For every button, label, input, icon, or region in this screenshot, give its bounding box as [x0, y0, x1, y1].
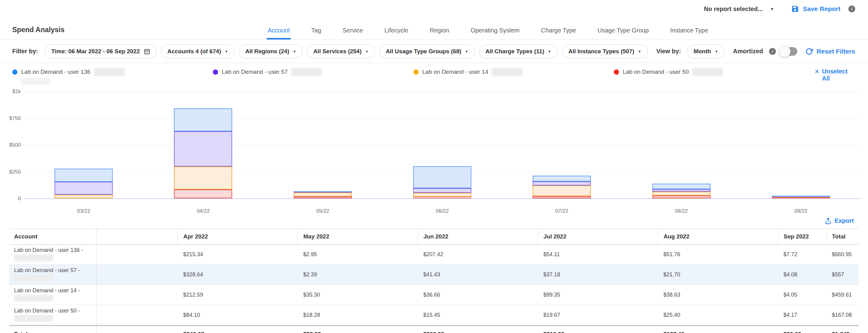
- bar-segment-lab-on-demand-user-50[interactable]: [174, 190, 232, 198]
- bar-04-22[interactable]: [174, 91, 232, 198]
- tab-instance-type[interactable]: Instance Type: [669, 27, 709, 39]
- legend-item-lab-on-demand-user-57[interactable]: Lab on Demand - user 57: [213, 68, 413, 85]
- unselect-all-button[interactable]: ✕ Unselect All: [814, 68, 855, 85]
- bar-06-22[interactable]: [413, 91, 471, 198]
- x-axis-label: 04/22: [174, 208, 232, 214]
- value-cell: $4.08: [778, 265, 826, 285]
- save-report-button[interactable]: Save Report: [803, 5, 840, 12]
- bar-segment-lab-on-demand-user-14[interactable]: [413, 193, 471, 197]
- bar-segment-lab-on-demand-user-136[interactable]: [413, 166, 471, 189]
- x-axis-label: 06/22: [413, 208, 471, 214]
- tab-operating-system[interactable]: Operating System: [469, 27, 521, 39]
- account-cell: Lab on Demand - user 57 -: [9, 265, 96, 285]
- total-value-cell: $1,845: [826, 326, 859, 333]
- bar-segment-lab-on-demand-user-136[interactable]: [174, 108, 232, 131]
- value-cell: $459.61: [826, 285, 859, 305]
- amortized-label: Amortized: [733, 48, 763, 55]
- filter-bar: Filter by: Time: 06 Mar 2022 - 06 Sep 20…: [0, 40, 868, 63]
- bar-segment-lab-on-demand-user-57[interactable]: [533, 181, 591, 186]
- filter-by-label: Filter by:: [12, 48, 38, 55]
- x-axis-label: 05/22: [294, 208, 352, 214]
- bar-09-22[interactable]: [772, 91, 830, 198]
- bar-segment-lab-on-demand-user-14[interactable]: [652, 192, 711, 196]
- account-name: Lab on Demand - user 136 -: [14, 246, 93, 254]
- bar-segment-lab-on-demand-user-57[interactable]: [55, 182, 113, 195]
- filter-pill-all-usage-type-groups-68[interactable]: All Usage Type Groups (68)▼: [379, 44, 475, 59]
- redacted-text: [291, 68, 322, 76]
- bar-segment-lab-on-demand-user-14[interactable]: [294, 193, 352, 196]
- bar-segment-lab-on-demand-user-136[interactable]: [55, 169, 113, 182]
- filter-pill-all-charge-types-11[interactable]: All Charge Types (11)▼: [479, 44, 558, 59]
- value-cell: $35.30: [298, 285, 418, 305]
- filter-pill-accounts-4-of-674[interactable]: Accounts 4 (of 674)▼: [161, 44, 235, 59]
- bar-segment-lab-on-demand-user-50[interactable]: [652, 196, 711, 198]
- bar-segment-lab-on-demand-user-57[interactable]: [413, 188, 471, 193]
- bar-08-22[interactable]: [652, 91, 711, 198]
- tab-tag[interactable]: Tag: [310, 27, 322, 39]
- bar-segment-lab-on-demand-user-14[interactable]: [174, 166, 232, 189]
- value-cell: $328.64: [178, 265, 298, 285]
- legend-line: Lab on Demand - user 14: [413, 68, 614, 76]
- column-header-total: Total: [826, 229, 859, 244]
- tab-charge-type[interactable]: Charge Type: [540, 27, 577, 39]
- bar-segment-lab-on-demand-user-57[interactable]: [652, 189, 711, 192]
- value-cell: $21.70: [658, 265, 778, 285]
- view-by-pill[interactable]: Month ▼: [687, 44, 724, 59]
- bar-segment-lab-on-demand-user-14[interactable]: [533, 186, 591, 196]
- filter-pill-label: All Charge Types (11): [486, 48, 544, 55]
- chart-plot-area: $1k$750$500$250003/2204/2205/2206/2207/2…: [24, 91, 861, 199]
- chart-legend: Lab on Demand - user 136Lab on Demand - …: [0, 63, 868, 86]
- export-button[interactable]: Export: [825, 217, 854, 224]
- reset-filters-button[interactable]: Reset Filters: [806, 48, 855, 55]
- column-header-aug-2022: Aug 2022: [658, 229, 778, 244]
- tab-account[interactable]: Account: [267, 27, 291, 39]
- report-selector-dropdown[interactable]: No report selected... ▼: [704, 5, 774, 12]
- tab-region[interactable]: Region: [429, 27, 450, 39]
- amortized-info-icon[interactable]: i: [769, 48, 776, 55]
- bar-03-22[interactable]: [55, 91, 113, 198]
- amortized-toggle[interactable]: [779, 47, 797, 56]
- spacer-cell: [96, 326, 178, 333]
- y-axis-label: $250: [2, 169, 21, 175]
- legend-item-lab-on-demand-user-136[interactable]: Lab on Demand - user 136: [12, 68, 213, 85]
- bar-07-22[interactable]: [533, 91, 591, 198]
- column-header-sep-2022: Sep 2022: [778, 229, 826, 244]
- tab-service[interactable]: Service: [341, 27, 365, 39]
- bar-05-22[interactable]: [294, 91, 352, 198]
- x-axis-label: 09/22: [772, 208, 830, 214]
- legend-dot-icon: [213, 69, 218, 75]
- y-axis-label: $500: [2, 142, 21, 148]
- bar-segment-lab-on-demand-user-50[interactable]: [533, 196, 591, 198]
- reset-filters-label: Reset Filters: [816, 48, 855, 55]
- info-icon[interactable]: i: [848, 5, 855, 12]
- value-cell: $18.28: [298, 305, 418, 326]
- bar-segment-lab-on-demand-user-14[interactable]: [55, 195, 113, 198]
- title-row: Spend Analysis AccountTagServiceLifecycl…: [0, 18, 868, 40]
- page-title: Spend Analysis: [12, 26, 64, 34]
- filter-pill-all-services-254[interactable]: All Services (254)▼: [307, 44, 375, 59]
- spacer-cell: [96, 244, 178, 265]
- legend-item-lab-on-demand-user-14[interactable]: Lab on Demand - user 14: [413, 68, 614, 85]
- table-total-row: Total$840.67$58.92$300.95$210.32$137.49$…: [9, 326, 859, 333]
- filter-pill-all-instance-types-507[interactable]: All Instance Types (507)▼: [562, 44, 648, 59]
- filter-pill-all-regions-24[interactable]: All Regions (24)▼: [239, 44, 303, 59]
- tab-usage-type-group[interactable]: Usage Type Group: [596, 27, 650, 39]
- legend-item-lab-on-demand-user-50[interactable]: Lab on Demand - user 50: [614, 68, 814, 85]
- bar-segment-lab-on-demand-user-50[interactable]: [772, 198, 830, 198]
- bar-segment-lab-on-demand-user-50[interactable]: [413, 197, 471, 198]
- caret-down-icon: ▼: [465, 49, 468, 53]
- export-icon: [825, 218, 832, 224]
- value-cell: $2.95: [298, 244, 418, 265]
- value-cell: $167.08: [826, 305, 859, 326]
- time-filter-pill[interactable]: Time: 06 Mar 2022 - 06 Sep 2022: [45, 44, 156, 59]
- redacted-text: [14, 315, 53, 322]
- save-icon: [791, 5, 799, 13]
- bar-segment-lab-on-demand-user-50[interactable]: [294, 197, 352, 198]
- value-cell: $4.05: [778, 285, 826, 305]
- caret-down-icon: ▼: [365, 49, 369, 53]
- bar-segment-lab-on-demand-user-136[interactable]: [533, 176, 591, 181]
- value-cell: $84.10: [178, 305, 298, 326]
- tab-lifecycle[interactable]: Lifecycle: [383, 27, 409, 39]
- bar-segment-lab-on-demand-user-57[interactable]: [174, 131, 232, 166]
- bar-segment-lab-on-demand-user-136[interactable]: [652, 184, 711, 189]
